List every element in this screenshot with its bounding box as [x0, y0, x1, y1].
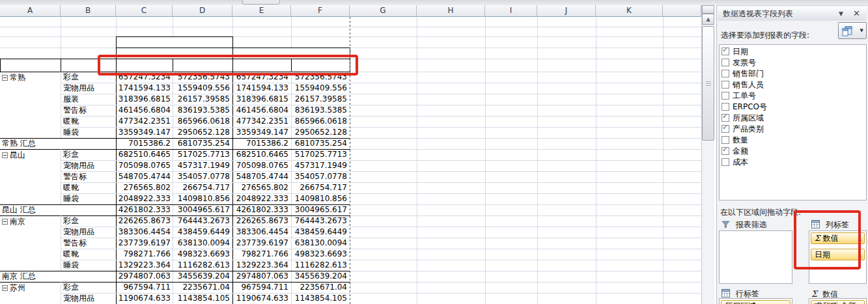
- chevron-down-icon: ▼: [860, 28, 863, 33]
- pivot-value-cell: 2048922.333: [234, 194, 288, 204]
- gridline: [350, 282, 701, 283]
- pivot-header-cell: [0, 59, 61, 72]
- column-header[interactable]: K: [596, 5, 663, 17]
- pivot-value-cell: 798271.766: [234, 249, 288, 259]
- checkbox-checked[interactable]: ✓: [721, 125, 729, 133]
- field-list-item[interactable]: ✓金额: [721, 146, 865, 157]
- pivot-region-cell: 苏州: [2, 283, 59, 293]
- panel-menu-caret-icon[interactable]: ▼: [839, 7, 843, 21]
- pivot-subtotal-value: 3455639.204: [174, 271, 230, 281]
- column-header[interactable]: I: [485, 5, 537, 17]
- field-label: 成本: [733, 158, 748, 167]
- gridline: [0, 27, 350, 27]
- gridline: [350, 182, 701, 183]
- pivot-value-cell: 517025.7713: [292, 150, 347, 159]
- gridline: [61, 215, 61, 271]
- column-header-blank: [663, 5, 701, 17]
- gridline: [350, 105, 701, 105]
- checkbox-unchecked[interactable]: [721, 103, 729, 111]
- gridline: [350, 260, 701, 260]
- field-pill[interactable]: 求和项:金额▼: [811, 300, 865, 304]
- field-list-item[interactable]: 成本: [721, 157, 865, 168]
- gridline: [350, 59, 701, 59]
- column-header[interactable]: C: [116, 5, 173, 17]
- checkbox-checked[interactable]: ✓: [721, 48, 729, 55]
- field-list-item[interactable]: ✓日期: [721, 46, 865, 57]
- field-list-item[interactable]: ✓所属区域: [721, 113, 865, 124]
- pivot-value-cell: 548705.4744: [117, 172, 171, 182]
- collapse-region-icon[interactable]: [2, 75, 8, 81]
- field-pill[interactable]: 所属区域▼: [721, 300, 791, 304]
- pivot-data-date-box: [116, 36, 233, 48]
- field-list-layout-button[interactable]: ▼: [838, 22, 867, 39]
- pivot-value-cell: 705098.0765: [117, 161, 171, 171]
- checkbox-unchecked[interactable]: [721, 92, 729, 100]
- gridline: [350, 116, 701, 117]
- checkbox-unchecked[interactable]: [721, 70, 729, 77]
- gridline: [173, 72, 173, 304]
- checkbox-unchecked[interactable]: [721, 136, 729, 144]
- checkbox-unchecked[interactable]: [721, 158, 729, 166]
- scrollbar-split-handle[interactable]: [702, 5, 714, 14]
- collapse-region-icon[interactable]: [2, 219, 8, 225]
- field-list-item[interactable]: ✓产品类别: [721, 124, 865, 135]
- gridline: [173, 17, 173, 36]
- stacked-windows-icon: [842, 25, 854, 37]
- field-list-item[interactable]: ERPCO号: [721, 102, 865, 113]
- pivot-value-cell: 1190674.633: [117, 294, 171, 303]
- field-label: 日期: [733, 47, 748, 56]
- column-header[interactable]: A: [0, 5, 61, 17]
- pivot-value-cell: 383306.4454: [234, 227, 288, 237]
- column-header[interactable]: E: [232, 5, 291, 17]
- pivot-value-cell: 548705.4744: [234, 172, 288, 182]
- pivot-value-cell: 1116282.613: [292, 260, 347, 270]
- pivot-value-cell: 266754.717: [174, 183, 230, 193]
- checkbox-checked[interactable]: ✓: [721, 147, 729, 155]
- pivot-value-cell: 477342.2351: [234, 117, 288, 126]
- field-list-item[interactable]: 销售人员: [721, 79, 865, 90]
- field-list-item[interactable]: 发票号: [721, 57, 865, 68]
- pivot-value-cell: 1741594.133: [117, 83, 171, 93]
- pivot-value-cell: 865966.0618: [292, 117, 347, 126]
- panel-title-bar[interactable]: 数据透视表字段列表 ▼ ✕: [718, 7, 867, 21]
- column-header[interactable]: D: [173, 5, 232, 17]
- annotation-redbox-years: [98, 55, 358, 76]
- pivot-value-cell: 865966.0618: [174, 117, 230, 126]
- pivot-value-cell: 383306.4454: [117, 227, 171, 237]
- pivot-product-cell: 彩盒: [63, 150, 79, 159]
- pivot-value-cell: 237739.6197: [117, 238, 171, 248]
- column-header[interactable]: F: [291, 5, 350, 17]
- field-label: 产品类别: [733, 124, 764, 133]
- field-list-item[interactable]: 工单号: [721, 90, 865, 102]
- panel-close-icon[interactable]: ✕: [853, 7, 860, 21]
- field-list-item[interactable]: 销售部门: [721, 68, 865, 79]
- pivot-value-cell: 438459.6449: [174, 227, 230, 237]
- collapse-region-icon[interactable]: [2, 152, 8, 158]
- column-header[interactable]: H: [417, 5, 485, 17]
- pivot-value-cell: 836193.5385: [292, 105, 347, 115]
- scrollbar-thumb[interactable]: [702, 26, 714, 141]
- pivot-product-cell: 彩盒: [63, 216, 79, 226]
- pivot-value-cell: 1409810.856: [174, 194, 230, 204]
- column-header[interactable]: B: [61, 5, 116, 17]
- gridline: [350, 83, 701, 83]
- pivot-value-cell: 682510.6465: [117, 150, 171, 159]
- gridline: [596, 17, 596, 304]
- collapse-region-icon[interactable]: [2, 285, 8, 291]
- gridline: [116, 17, 117, 36]
- checkbox-unchecked[interactable]: [721, 81, 729, 89]
- gridline: [350, 193, 701, 194]
- report-filter-dropzone[interactable]: [719, 230, 792, 284]
- scroll-up-button[interactable]: ▲: [702, 14, 714, 25]
- column-header[interactable]: G: [350, 5, 417, 17]
- row-labels-area-header: 行标签: [721, 289, 759, 299]
- gridline: [350, 27, 701, 27]
- field-list-item[interactable]: 数量: [721, 135, 865, 146]
- pivot-value-cell: 967594.711: [234, 283, 288, 292]
- top-tab-decoration: [242, 0, 280, 5]
- checkbox-unchecked[interactable]: [721, 59, 729, 66]
- column-header[interactable]: J: [537, 5, 596, 17]
- checkbox-checked[interactable]: ✓: [721, 114, 729, 122]
- pivot-product-cell: 宠物用品: [63, 294, 94, 303]
- gridline: [350, 48, 701, 48]
